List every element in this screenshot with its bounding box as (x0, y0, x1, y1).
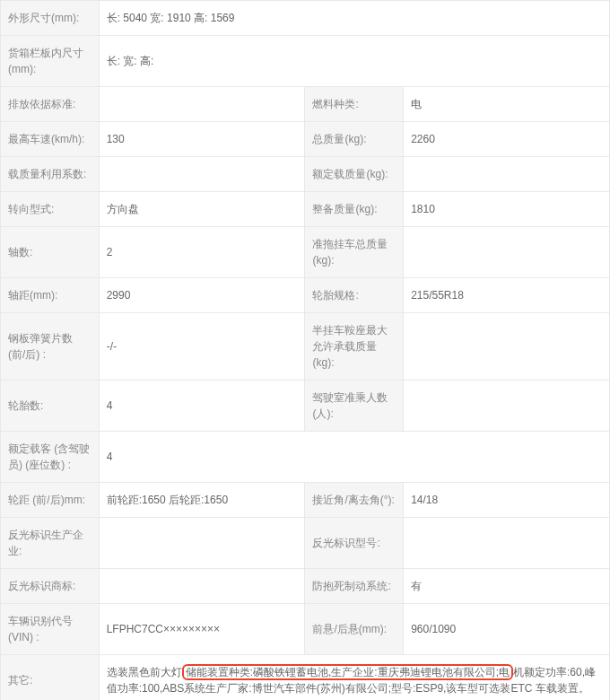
row-dimensions: 外形尺寸(mm): 长: 5040 宽: 1910 高: 1569 (1, 1, 610, 36)
row-tirecount-cab: 轮胎数: 4 驾驶室准乘人数 (人): (1, 381, 610, 432)
label-track: 轮距 (前/后)mm: (1, 483, 100, 518)
value-fuel: 电 (404, 87, 610, 122)
value-wheelbase: 2990 (99, 278, 305, 313)
value-abs: 有 (404, 569, 610, 604)
value-refl-brand (99, 569, 305, 604)
row-other: 其它: 选装黑色前大灯储能装置种类:磷酸铁锂蓄电池,生产企业:重庆弗迪锂电池有限… (1, 655, 610, 701)
label-axle-count: 轴数: (1, 227, 100, 278)
row-cargo-dim: 货箱栏板内尺寸(mm): 长: 宽: 高: (1, 36, 610, 87)
value-curb-mass: 1810 (404, 192, 610, 227)
value-rated-mass (404, 157, 610, 192)
label-load-coef: 载质量利用系数: (1, 157, 100, 192)
value-passengers: 4 (99, 432, 609, 483)
highlight-annotation: 储能装置种类:磷酸铁锂蓄电池,生产企业:重庆弗迪锂电池有限公司;电 (182, 664, 513, 680)
label-steering: 转向型式: (1, 192, 100, 227)
label-refl-brand: 反光标识商标: (1, 569, 100, 604)
label-curb-mass: 整备质量(kg): (305, 192, 404, 227)
value-saddle (404, 313, 610, 381)
label-saddle: 半挂车鞍座最大允许承载质量(kg): (305, 313, 404, 381)
label-dimensions: 外形尺寸(mm): (1, 1, 100, 36)
value-max-speed: 130 (99, 122, 305, 157)
value-emission (99, 87, 305, 122)
row-speed-mass: 最高车速(km/h): 130 总质量(kg): 2260 (1, 122, 610, 157)
label-passengers: 额定载客 (含驾驶员) (座位数) : (1, 432, 100, 483)
value-trailer-mass (404, 227, 610, 278)
label-emission: 排放依据标准: (1, 87, 100, 122)
value-angles: 14/18 (404, 483, 610, 518)
value-tire-spec: 215/55R18 (404, 278, 610, 313)
label-refl-model: 反光标识型号: (305, 518, 404, 569)
value-cab-seats (404, 381, 610, 432)
value-steering: 方向盘 (99, 192, 305, 227)
row-spring-saddle: 钢板弹簧片数 (前/后) : -/- 半挂车鞍座最大允许承载质量(kg): (1, 313, 610, 381)
other-pre: 选装黑色前大灯 (107, 666, 182, 678)
value-other: 选装黑色前大灯储能装置种类:磷酸铁锂蓄电池,生产企业:重庆弗迪锂电池有限公司;电… (99, 655, 609, 701)
row-refl-brand-abs: 反光标识商标: 防抱死制动系统: 有 (1, 569, 610, 604)
label-max-speed: 最高车速(km/h): (1, 122, 100, 157)
row-vin-overhang: 车辆识别代号 (VIN) : LFPHC7CC××××××××× 前悬/后悬(m… (1, 604, 610, 655)
row-track-angles: 轮距 (前/后)mm: 前轮距:1650 后轮距:1650 接近角/离去角(°)… (1, 483, 610, 518)
label-cargo-dim: 货箱栏板内尺寸(mm): (1, 36, 100, 87)
label-angles: 接近角/离去角(°): (305, 483, 404, 518)
label-refl-maker: 反光标识生产企业: (1, 518, 100, 569)
row-emission-fuel: 排放依据标准: 燃料种类: 电 (1, 87, 610, 122)
value-cargo-dim: 长: 宽: 高: (99, 36, 609, 87)
label-rated-mass: 额定载质量(kg): (305, 157, 404, 192)
value-dimensions: 长: 5040 宽: 1910 高: 1569 (99, 1, 609, 36)
value-axle-count: 2 (99, 227, 305, 278)
label-tire-spec: 轮胎规格: (305, 278, 404, 313)
row-refl-maker-model: 反光标识生产企业: 反光标识型号: (1, 518, 610, 569)
value-vin: LFPHC7CC××××××××× (99, 604, 305, 655)
label-wheelbase: 轴距(mm): (1, 278, 100, 313)
label-fuel: 燃料种类: (305, 87, 404, 122)
label-trailer-mass: 准拖挂车总质量(kg): (305, 227, 404, 278)
value-tire-count: 4 (99, 381, 305, 432)
value-track: 前轮距:1650 后轮距:1650 (99, 483, 305, 518)
value-spring: -/- (99, 313, 305, 381)
row-steer-curb: 转向型式: 方向盘 整备质量(kg): 1810 (1, 192, 610, 227)
value-total-mass: 2260 (404, 122, 610, 157)
row-axles-trailer: 轴数: 2 准拖挂车总质量(kg): (1, 227, 610, 278)
label-tire-count: 轮胎数: (1, 381, 100, 432)
vehicle-spec-table: 外形尺寸(mm): 长: 5040 宽: 1910 高: 1569 货箱栏板内尺… (0, 0, 610, 700)
row-load-rated: 载质量利用系数: 额定载质量(kg): (1, 157, 610, 192)
value-overhang: 960/1090 (404, 604, 610, 655)
label-spring: 钢板弹簧片数 (前/后) : (1, 313, 100, 381)
value-refl-model (404, 518, 610, 569)
label-vin: 车辆识别代号 (VIN) : (1, 604, 100, 655)
label-cab-seats: 驾驶室准乘人数 (人): (305, 381, 404, 432)
value-load-coef (99, 157, 305, 192)
row-passengers: 额定载客 (含驾驶员) (座位数) : 4 (1, 432, 610, 483)
row-wheelbase-tire: 轴距(mm): 2990 轮胎规格: 215/55R18 (1, 278, 610, 313)
label-abs: 防抱死制动系统: (305, 569, 404, 604)
label-total-mass: 总质量(kg): (305, 122, 404, 157)
value-refl-maker (99, 518, 305, 569)
label-overhang: 前悬/后悬(mm): (305, 604, 404, 655)
label-other: 其它: (1, 655, 100, 701)
